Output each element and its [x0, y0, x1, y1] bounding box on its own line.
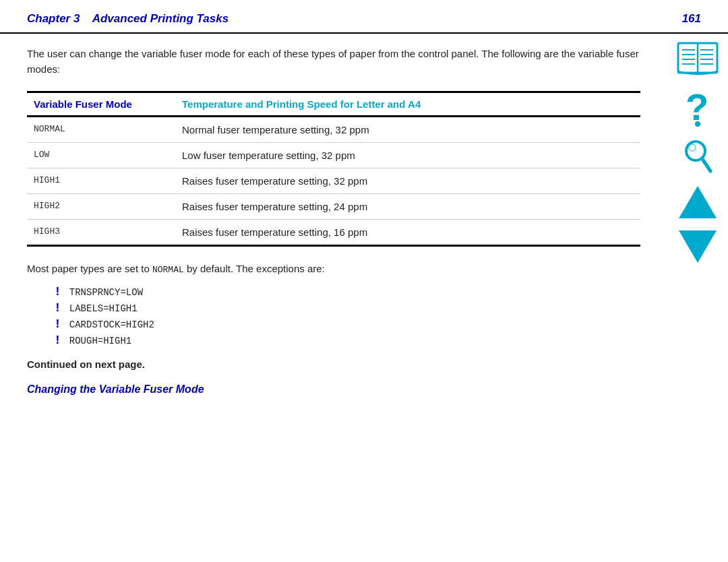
bullet-marker: ! — [54, 286, 61, 298]
table-row: HIGH2Raises fuser temperature setting, 2… — [27, 193, 640, 219]
arrow-up-icon[interactable] — [679, 186, 717, 218]
below-table-text: Most paper types are set to NORMAL by de… — [27, 261, 640, 277]
table-header-row: Variable Fuser Mode Temperature and Prin… — [27, 92, 640, 116]
page-header: Chapter 3 Advanced Printing Tasks 161 — [0, 0, 728, 34]
exceptions-list: !TRNSPRNCY=LOW!LABELS=HIGH1!CARDSTOCK=HI… — [54, 286, 640, 346]
list-item: !TRNSPRNCY=LOW — [54, 286, 640, 298]
table-row: HIGH1Raises fuser temperature setting, 3… — [27, 168, 640, 193]
list-item-text: TRNSPRNCY=LOW — [69, 287, 143, 298]
col1-header: Variable Fuser Mode — [27, 92, 175, 116]
main-layout: The user can change the variable fuser m… — [0, 34, 728, 409]
desc-cell: Normal fuser temperature setting, 32 ppm — [175, 116, 640, 142]
table-row: LOWLow fuser temperature setting, 32 ppm — [27, 142, 640, 168]
mode-cell: LOW — [27, 142, 175, 168]
svg-point-11 — [695, 121, 700, 127]
list-item-text: ROUGH=HIGH1 — [69, 336, 131, 346]
search-icon[interactable] — [682, 139, 713, 174]
col2-header: Temperature and Printing Speed for Lette… — [175, 92, 640, 116]
mode-cell: HIGH3 — [27, 219, 175, 245]
desc-cell: Raises fuser temperature setting, 16 ppm — [175, 219, 640, 245]
sidebar: ? — [667, 34, 728, 409]
bullet-marker: ! — [54, 318, 61, 330]
mode-cell: HIGH2 — [27, 193, 175, 219]
footer-link[interactable]: Changing the Variable Fuser Mode — [27, 383, 640, 396]
desc-cell: Low fuser temperature setting, 32 ppm — [175, 142, 640, 168]
bullet-marker: ! — [54, 302, 61, 314]
mode-cell: HIGH1 — [27, 168, 175, 193]
svg-text:?: ? — [686, 88, 708, 127]
list-item-text: LABELS=HIGH1 — [69, 303, 138, 314]
table-row: HIGH3Raises fuser temperature setting, 1… — [27, 219, 640, 245]
bullet-marker: ! — [54, 334, 61, 346]
continued-text: Continued on next page. — [27, 358, 640, 370]
intro-paragraph: The user can change the variable fuser m… — [27, 46, 640, 77]
table-row: NORMALNormal fuser temperature setting, … — [27, 116, 640, 142]
list-item: !CARDSTOCK=HIGH2 — [54, 318, 640, 330]
arrow-down-icon[interactable] — [679, 230, 717, 263]
page-number: 161 — [682, 12, 701, 26]
fuser-mode-table: Variable Fuser Mode Temperature and Prin… — [27, 91, 640, 247]
chapter-title: Chapter 3 Advanced Printing Tasks — [27, 12, 229, 26]
desc-cell: Raises fuser temperature setting, 32 ppm — [175, 168, 640, 193]
list-item: !ROUGH=HIGH1 — [54, 334, 640, 346]
list-item: !LABELS=HIGH1 — [54, 302, 640, 314]
question-icon[interactable]: ? — [683, 88, 712, 127]
book-icon[interactable] — [677, 40, 719, 75]
svg-line-13 — [702, 159, 710, 171]
mode-cell: NORMAL — [27, 116, 175, 142]
list-item-text: CARDSTOCK=HIGH2 — [69, 319, 154, 330]
desc-cell: Raises fuser temperature setting, 24 ppm — [175, 193, 640, 219]
content-area: The user can change the variable fuser m… — [0, 34, 667, 409]
svg-point-14 — [689, 144, 696, 151]
